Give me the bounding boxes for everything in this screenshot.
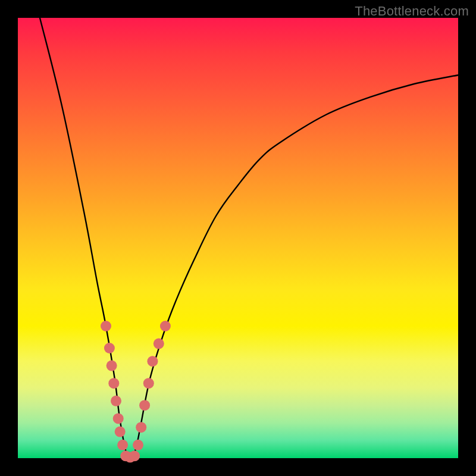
marker-dot	[147, 356, 158, 367]
marker-dots	[101, 321, 171, 463]
marker-dot	[108, 378, 119, 389]
marker-dot	[113, 413, 124, 424]
marker-dot	[115, 427, 126, 437]
marker-dot	[154, 339, 164, 349]
marker-dot	[117, 440, 128, 450]
marker-dot	[104, 343, 115, 353]
marker-dot	[143, 378, 154, 389]
chart-svg	[18, 18, 458, 458]
plot-area	[18, 18, 458, 458]
marker-dot	[101, 321, 111, 331]
marker-dot	[139, 400, 150, 411]
outer-frame: TheBottleneck.com	[0, 0, 476, 476]
marker-dot	[129, 450, 140, 461]
marker-dot	[111, 396, 121, 406]
marker-dot	[136, 422, 146, 433]
marker-dot	[133, 440, 143, 450]
marker-dot	[160, 321, 171, 331]
marker-dot	[107, 361, 117, 371]
bottleneck-curve	[40, 18, 458, 461]
watermark-text: TheBottleneck.com	[355, 4, 469, 19]
